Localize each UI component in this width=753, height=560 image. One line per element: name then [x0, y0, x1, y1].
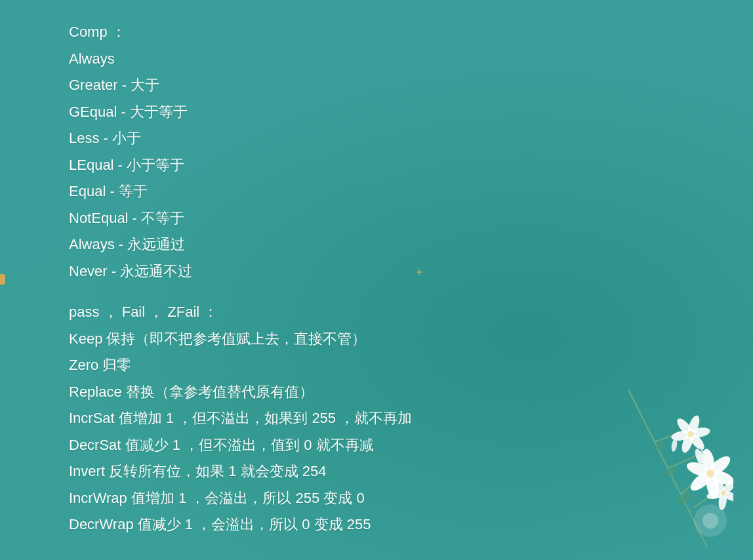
- incrwrap-item: IncrWrap 值增加 1 ，会溢出，所以 255 变成 0: [69, 486, 412, 511]
- sparkle-decoration: [415, 268, 424, 277]
- always-pass-item: Always - 永远通过: [69, 232, 412, 258]
- greater-item: Greater - 大于: [69, 73, 412, 98]
- left-edge-indicator: [0, 274, 5, 285]
- decrwrap-item: DecrWrap 值减少 1 ，会溢出，所以 0 变成 255: [69, 512, 412, 538]
- notequal-item: NotEqual - 不等于: [69, 206, 412, 231]
- content-spacer: [69, 285, 412, 300]
- always-item: Always: [69, 47, 412, 72]
- less-item: Less - 小于: [69, 126, 412, 151]
- keep-item: Keep 保持（即不把参考值赋上去，直接不管）: [69, 327, 412, 352]
- floral-decoration: [589, 376, 733, 547]
- replace-item: Replace 替换（拿参考值替代原有值）: [69, 380, 412, 405]
- svg-point-24: [702, 513, 718, 529]
- never-item: Never - 永远通不过: [69, 259, 412, 285]
- gequal-item: GEqual - 大于等于: [69, 100, 412, 125]
- invert-item: Invert 反转所有位，如果 1 就会变成 254: [69, 459, 412, 485]
- pass-fail-label: pass ， Fail ， ZFail ：: [69, 300, 412, 325]
- equal-item: Equal - 等于: [69, 179, 412, 205]
- comp-label: Comp ：: [69, 20, 412, 45]
- main-content: Comp ： Always Greater - 大于 GEqual - 大于等于…: [69, 20, 412, 539]
- incrsat-item: IncrSat 值增加 1 ，但不溢出，如果到 255 ，就不再加: [69, 406, 412, 431]
- zero-item: Zero 归零: [69, 353, 412, 378]
- decrsat-item: DecrSat 值减少 1 ，但不溢出，值到 0 就不再减: [69, 433, 412, 458]
- lequal-item: LEqual - 小于等于: [69, 153, 412, 178]
